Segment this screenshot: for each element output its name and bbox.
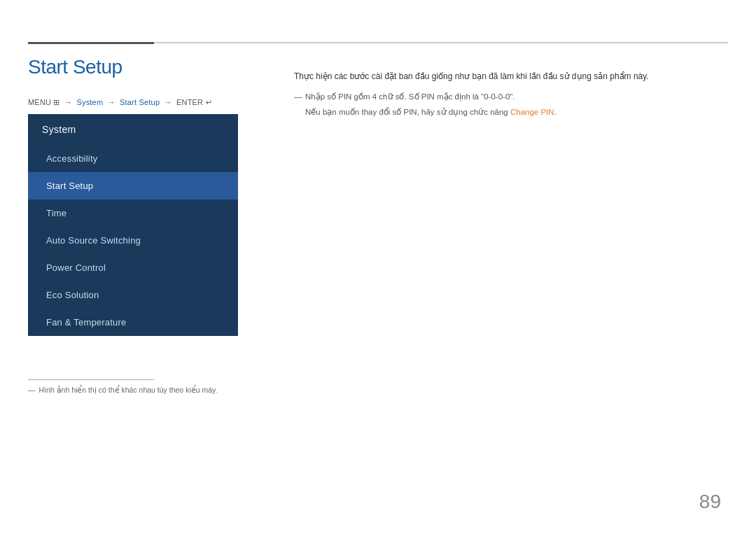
page-title: Start Setup	[28, 56, 122, 78]
description-main-text: Thực hiện các bước cài đặt ban đầu giống…	[294, 70, 721, 83]
breadcrumb-system: System	[76, 98, 103, 106]
menu-item-time[interactable]: Time	[28, 199, 238, 227]
breadcrumb-sep1: →	[64, 98, 72, 106]
breadcrumb-start-setup: Start Setup	[120, 98, 160, 106]
menu-item-auto-source-switching[interactable]: Auto Source Switching	[28, 227, 238, 254]
menu-item-fan-temperature[interactable]: Fan & Temperature	[28, 309, 238, 336]
footnote-divider	[28, 379, 154, 380]
page-number: 89	[699, 491, 721, 513]
change-pin-link[interactable]: Change PIN	[510, 108, 554, 116]
menu-item-accessibility[interactable]: Accessibility	[28, 145, 238, 172]
breadcrumb-enter: ENTER ↵	[176, 98, 212, 106]
description-sub-text: Nhập số PIN gồm 4 chữ số. Số PIN mặc địn…	[294, 90, 721, 104]
breadcrumb-menu: MENU ⊞	[28, 98, 60, 106]
footnote-text: Hình ảnh hiển thị có thể khác nhau tùy t…	[28, 386, 217, 394]
description-indent-before: Nếu bạn muốn thay đổi số PIN, hãy sử dụn…	[305, 108, 510, 116]
menu-header: System	[28, 114, 238, 145]
top-accent-line	[28, 42, 154, 44]
breadcrumb-sep3: →	[164, 98, 172, 106]
menu-item-eco-solution[interactable]: Eco Solution	[28, 281, 238, 309]
system-menu: System Accessibility Start Setup Time Au…	[28, 114, 238, 336]
description-area: Thực hiện các bước cài đặt ban đầu giống…	[294, 70, 721, 119]
description-indent-after: .	[554, 108, 556, 116]
breadcrumb: MENU ⊞ → System → Start Setup → ENTER ↵	[28, 98, 212, 107]
description-indent-text: Nếu bạn muốn thay đổi số PIN, hãy sử dụn…	[294, 106, 721, 120]
menu-item-power-control[interactable]: Power Control	[28, 254, 238, 281]
menu-item-start-setup[interactable]: Start Setup	[28, 172, 238, 199]
breadcrumb-sep2: →	[108, 98, 115, 106]
